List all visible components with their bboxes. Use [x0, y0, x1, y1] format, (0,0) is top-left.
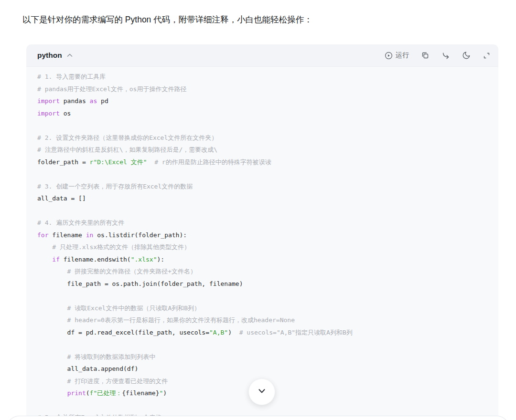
copy-button[interactable] [421, 51, 430, 60]
run-label: 运行 [396, 51, 409, 60]
code-line: # pandas用于处理Excel文件，os用于操作文件路径 [37, 83, 487, 95]
chat-message-area: 以下是针对你的需求编写的 Python 代码，附带详细注释，小白也能轻松操作： … [0, 0, 516, 420]
code-line: # 3. 创建一个空列表，用于存放所有Excel文件的数据 [37, 180, 487, 193]
code-line [37, 119, 487, 132]
code-line: folder_path = r"D:\Excel 文件" # r的作用是防止路径… [37, 156, 487, 168]
code-line: import pandas as pd [37, 95, 487, 107]
code-line: df = pd.read_excel(file_path, usecols="A… [37, 326, 487, 339]
intro-text: 以下是针对你的需求编写的 Python 代码，附带详细注释，小白也能轻松操作： [22, 13, 497, 26]
chevron-down-icon [256, 385, 268, 399]
code-line: # 1. 导入需要的工具库 [37, 71, 487, 83]
code-toolbar: 运行 [385, 51, 491, 60]
code-line: # header=0表示第一行是标题行，如果你的文件没有标题行，改成header… [37, 314, 487, 326]
code-line: # 拼接完整的文件路径（文件夹路径+文件名） [37, 265, 487, 278]
expand-icon [483, 52, 491, 60]
fullscreen-button[interactable] [483, 52, 491, 60]
code-block: python 运行 [26, 44, 498, 416]
language-label: python [37, 51, 62, 60]
code-line [37, 205, 487, 217]
code-content: # 1. 导入需要的工具库# pandas用于处理Excel文件，os用于操作文… [26, 67, 498, 416]
wrap-arrow-icon [441, 51, 450, 60]
code-line: if filename.endswith(".xlsx"): [37, 253, 487, 266]
code-line: # 读取Excel文件中的数据（只读取A列和B列） [37, 302, 487, 315]
code-line: # 将读取到的数据添加到列表中 [37, 351, 487, 363]
chat-input-panel[interactable] [7, 416, 509, 420]
code-line [37, 338, 487, 351]
scroll-to-bottom-button[interactable] [248, 378, 275, 405]
code-line: # 注意路径中的斜杠是反斜杠\，如果复制路径后是/，需要改成\ [37, 144, 487, 156]
code-line: # 2. 设置文件夹路径（这里替换成你的Excel文件所在文件夹） [37, 132, 487, 144]
code-block-header: python 运行 [26, 44, 498, 67]
play-circle-icon [385, 52, 393, 60]
code-line [37, 290, 487, 302]
moon-icon [462, 51, 471, 60]
code-line [37, 168, 487, 180]
code-line: # 只处理.xlsx格式的文件（排除其他类型文件） [37, 241, 487, 253]
chevron-up-icon [66, 52, 73, 59]
code-line: # 4. 遍历文件夹里的所有文件 [37, 217, 487, 229]
code-line: all_data.append(df) [37, 363, 487, 375]
theme-button[interactable] [462, 51, 471, 60]
code-line: file_path = os.path.join(folder_path, fi… [37, 278, 487, 290]
code-line: all_data = [] [37, 192, 487, 205]
run-button[interactable]: 运行 [385, 51, 409, 60]
code-line: import os [37, 107, 487, 120]
code-line: for filename in os.listdir(folder_path): [37, 229, 487, 242]
wrap-button[interactable] [441, 51, 450, 60]
copy-icon [421, 51, 430, 60]
language-collapse-toggle[interactable]: python [37, 51, 73, 60]
